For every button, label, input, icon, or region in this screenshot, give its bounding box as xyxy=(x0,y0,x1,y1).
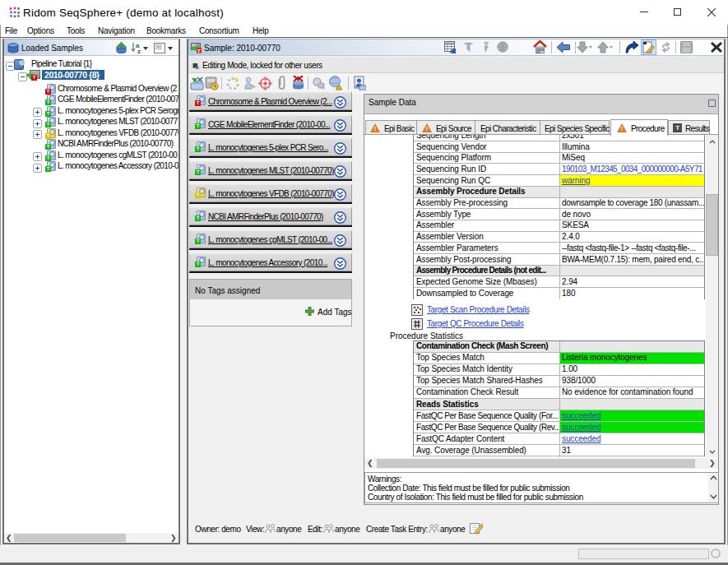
svg-text:z: z xyxy=(137,48,141,54)
svg-text:T: T xyxy=(197,49,201,53)
